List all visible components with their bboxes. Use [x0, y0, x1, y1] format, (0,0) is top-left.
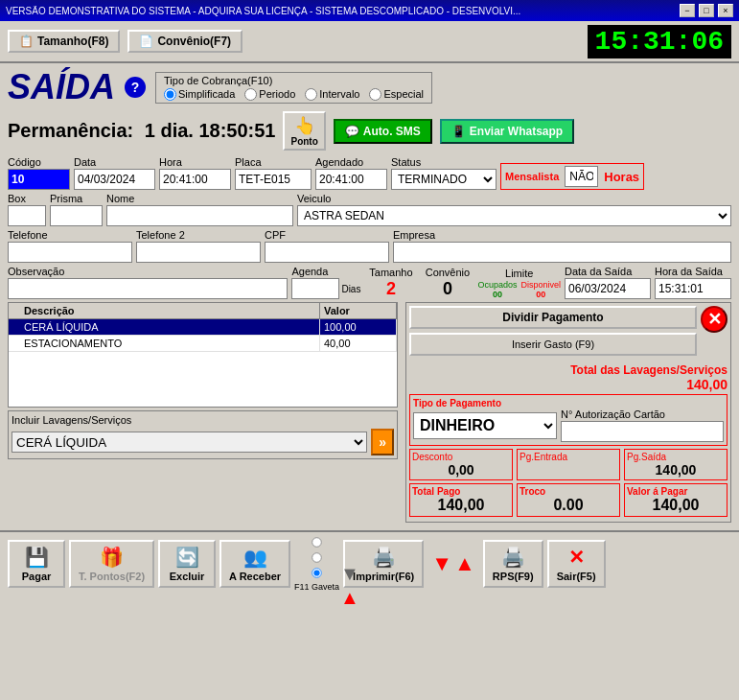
bottom-area: Descrição Valor ▶ CERÁ LÍQUIDA 100,00 ES… [8, 302, 731, 523]
cpf-input[interactable] [265, 242, 389, 263]
gaveta-radio3[interactable] [312, 568, 321, 577]
tamanho-label: Tamanho [369, 267, 412, 278]
troco-box: Troco 0.00 [517, 483, 620, 517]
codigo-group: Código [8, 156, 70, 190]
hora-group: Hora [159, 156, 231, 190]
table-row[interactable]: ▶ CERÁ LÍQUIDA 100,00 [9, 319, 397, 336]
gaveta-radio1[interactable] [312, 537, 321, 547]
pagar-button[interactable]: 💾 Pagar [8, 540, 65, 588]
telefone-input[interactable] [8, 242, 132, 263]
clock-display: 15:31:06 [588, 25, 731, 58]
status-group: Status TERMINADO [391, 156, 497, 190]
down-arrow-icon[interactable]: ▼ [340, 563, 359, 585]
close-button[interactable]: × [718, 4, 733, 17]
row2-valor: 40,00 [320, 336, 397, 351]
pg-saida-input[interactable] [627, 462, 725, 478]
minimize-button[interactable]: − [680, 4, 695, 17]
status-select[interactable]: TERMINADO [391, 169, 497, 190]
nr-autorizacao-group: N° Autorização Cartão [561, 408, 724, 442]
right-panel: Dividir Pagamento Inserir Gasto (F9) ✕ T… [405, 302, 731, 523]
app-title: VERSÃO DEMONSTRATIVA DO SISTEMA - ADQUIR… [6, 6, 520, 16]
gaveta-radio2[interactable] [312, 552, 321, 562]
prisma-group: Prisma [50, 193, 103, 226]
cobranca-especial[interactable]: Especial [369, 88, 424, 101]
add-lavagem-button[interactable]: » [371, 429, 394, 455]
left-panel: Descrição Valor ▶ CERÁ LÍQUIDA 100,00 ES… [8, 302, 398, 523]
data-saida-group: Data da Saída [565, 266, 651, 299]
placa-input[interactable] [235, 169, 312, 190]
ponto-button[interactable]: 👆 Ponto [283, 111, 325, 151]
veiculo-label: Veiculo [297, 193, 731, 204]
cobranca-intervalo[interactable]: Intervalo [305, 88, 359, 101]
whatsapp-button[interactable]: 📱 Enviar Whatsapp [440, 119, 574, 144]
hora-saida-input[interactable] [655, 278, 731, 299]
excluir-button[interactable]: 🔄 Excluir [158, 540, 216, 588]
data-saida-label: Data da Saída [565, 266, 651, 277]
table-row[interactable]: ESTACIONAMENTO 40,00 [9, 336, 397, 352]
hora-input[interactable] [159, 169, 231, 190]
data-input[interactable] [74, 169, 155, 190]
data-saida-input[interactable] [565, 278, 651, 299]
excluir-icon: 🔄 [175, 546, 199, 569]
sair-icon: ✕ [568, 546, 585, 569]
maximize-button[interactable]: □ [699, 4, 714, 17]
row1-valor: 100,00 [320, 319, 397, 335]
veiculo-select[interactable]: ASTRA SEDAN [297, 205, 731, 226]
pontos-icon: 🎁 [100, 546, 124, 569]
help-button[interactable]: ? [125, 77, 146, 98]
desconto-label: Desconto [412, 452, 510, 462]
up-arrow-icon[interactable]: ▲ [340, 587, 359, 609]
cobranca-simplificada[interactable]: Simplificada [164, 88, 235, 101]
window-controls: − □ × [680, 4, 733, 17]
agendado-group: Agendado [315, 156, 387, 190]
cobranca-periodo[interactable]: Periodo [244, 88, 295, 101]
empresa-label: Empresa [393, 229, 731, 241]
sms-button[interactable]: 💬 Auto. SMS [334, 119, 432, 144]
convenio-value: 0 [443, 279, 452, 299]
cobranca-title: Tipo de Cobrança(F10) [164, 75, 424, 86]
mensalista-nao[interactable] [565, 166, 598, 187]
disponivel-value: 00 [520, 290, 561, 299]
valor-pagar-label: Valor á Pagar [627, 486, 725, 497]
ocupados-value: 00 [477, 290, 517, 299]
sair-button[interactable]: ✕ Sair(F5) [547, 540, 606, 588]
nome-label: Nome [106, 193, 293, 204]
box-input[interactable] [8, 205, 46, 226]
convenio-button[interactable]: 📄 Convênio(F7) [127, 30, 242, 53]
nome-input[interactable] [106, 205, 293, 226]
prisma-input[interactable] [50, 205, 103, 226]
dividir-button[interactable]: Dividir Pagamento [409, 306, 697, 329]
codigo-input[interactable] [8, 169, 70, 190]
permanencia-row: Permanência: 1 dia. 18:50:51 👆 Ponto 💬 A… [8, 111, 731, 151]
down-nav-icon[interactable]: ▼ [431, 551, 452, 576]
convenio-group: Convênio 0 [421, 267, 473, 299]
lavagens-row: CERÁ LÍQUIDA » [12, 429, 394, 455]
t-pontos-button[interactable]: 🎁 T. Pontos(F2) [69, 540, 154, 588]
nr-autorizacao-input[interactable] [561, 421, 724, 442]
tipo-pagamento-box: Tipo de Pagamento DINHEIRO N° Autorizaçã… [409, 394, 727, 446]
tamanho-button[interactable]: 📋 Tamanho(F8) [8, 30, 120, 53]
inserir-button[interactable]: Inserir Gasto (F9) [409, 333, 697, 356]
delete-button[interactable]: ✕ [701, 306, 727, 333]
lavagens-select[interactable]: CERÁ LÍQUIDA [12, 432, 367, 453]
nome-group: Nome [106, 193, 293, 226]
total-row: Total Pago 140,00 Troco 0.00 Valor á Pag… [409, 483, 727, 517]
hora-label: Hora [159, 156, 231, 168]
tipo-pag-select[interactable]: DINHEIRO [413, 412, 557, 439]
rps-button[interactable]: 🖨️ RPS(F9) [483, 540, 543, 588]
pagar-icon: 💾 [25, 546, 49, 569]
col-valor: Valor [320, 303, 397, 318]
telefone2-input[interactable] [136, 242, 261, 263]
pg-entrada-input[interactable] [520, 462, 617, 478]
empresa-input[interactable] [393, 242, 731, 263]
pg-saida-box: Pg.Saída [624, 449, 727, 480]
total-pago-label: Total Pago [412, 486, 510, 497]
up-nav-icon[interactable]: ▲ [454, 551, 475, 576]
obs-input[interactable] [8, 278, 288, 299]
permanencia-label: Permanência: 1 dia. 18:50:51 [8, 120, 275, 142]
agendado-input[interactable] [315, 169, 387, 190]
desconto-input[interactable] [412, 462, 510, 478]
tamanho-icon: 📋 [19, 35, 34, 48]
agenda-input[interactable] [291, 278, 339, 299]
a-receber-button[interactable]: 👥 A Receber [219, 540, 290, 588]
